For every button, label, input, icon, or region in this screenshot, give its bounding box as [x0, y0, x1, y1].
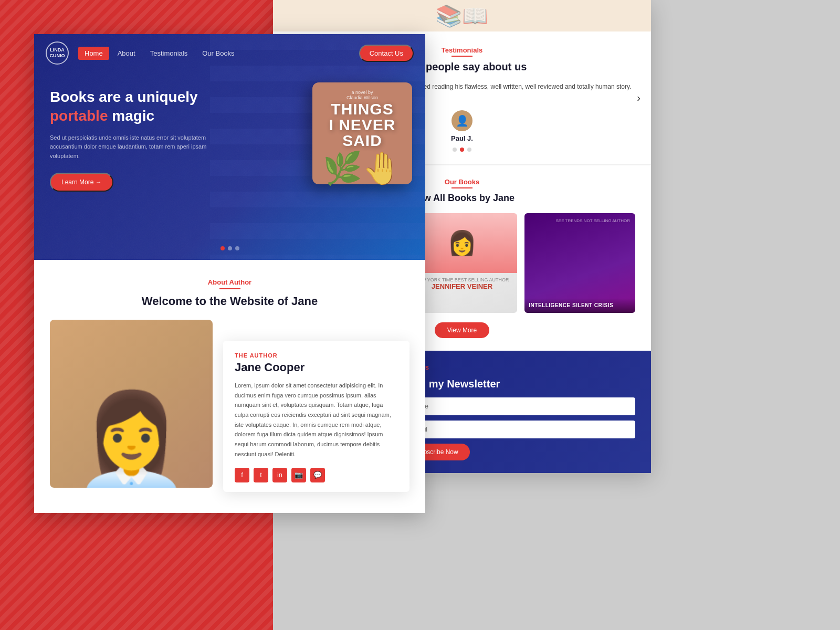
navbar: LINDA CUNIO Home About Testimonials Our … [34, 34, 425, 72]
tdot-2[interactable] [460, 148, 464, 152]
hero-content: Books are a uniquely portable magic Sed … [34, 72, 425, 218]
hero-text-block: Books are a uniquely portable magic Sed … [50, 88, 218, 192]
facebook-icon[interactable]: f [235, 468, 249, 482]
tdot-3[interactable] [467, 148, 471, 152]
nav-testimonials[interactable]: Testimonials [144, 47, 194, 60]
instagram-icon[interactable]: 📷 [291, 468, 306, 482]
main-window: LINDA CUNIO Home About Testimonials Our … [34, 34, 425, 513]
book-cover: a novel by Claudia Wilson THINGSI NEVERS… [312, 82, 412, 184]
about-label-line [219, 288, 240, 289]
about-title: Welcome to the Website of Jane [50, 295, 410, 308]
newsletter-title: Join my Newsletter [404, 378, 635, 390]
testimonial-next-button[interactable]: › [637, 92, 640, 104]
book3-top: SEE TRENDS NOT SELLING AUTHOR [524, 213, 635, 260]
learn-more-button[interactable]: Learn More → [50, 173, 113, 192]
contact-us-button[interactable]: Contact Us [359, 45, 414, 62]
book-illustration: 🌿🤚 [320, 153, 405, 184]
author-label: THE AUTHOR [235, 352, 398, 359]
hero-highlight: portable [50, 108, 108, 124]
reviewer-name: Paul J. [451, 134, 473, 142]
slider-dots [220, 246, 239, 250]
dot-3[interactable] [235, 246, 239, 250]
social-icons: f t in 📷 💬 [235, 468, 398, 482]
about-section: About Author Welcome to the Website of J… [34, 260, 425, 513]
nav-our-books[interactable]: Our Books [196, 47, 240, 60]
testimonials-line [452, 56, 472, 57]
book-title: THINGSI NEVERSAID [320, 101, 405, 149]
reviewer-avatar: 👤 [452, 110, 472, 131]
author-photo [50, 320, 213, 488]
about-body: THE AUTHOR Jane Cooper Lorem, ipsum dolo… [50, 320, 410, 492]
logo-text: LINDA CUNIO [50, 47, 65, 59]
book-card-3[interactable]: SEE TRENDS NOT SELLING AUTHOR INTELLIGEN… [524, 213, 635, 313]
whatsapp-icon[interactable]: 💬 [310, 468, 325, 482]
right-top-image: 📚📖 [273, 0, 651, 32]
dot-2[interactable] [228, 246, 232, 250]
newsletter-label: Join Us [404, 363, 635, 371]
tdot-1[interactable] [453, 148, 457, 152]
nav-links: Home About Testimonials Our Books [78, 47, 359, 60]
dot-1[interactable] [220, 246, 225, 250]
twitter-icon[interactable]: t [254, 468, 268, 482]
about-label: About Author [50, 278, 410, 286]
hero-title: Books are a uniquely portable magic [50, 88, 218, 126]
nav-about[interactable]: About [111, 47, 142, 60]
view-more-button[interactable]: View More [435, 322, 489, 338]
author-bio: Lorem, ipsum dolor sit amet consectetur … [235, 381, 398, 459]
book3-label: INTELLIGENCE SILENT CRISIS [524, 298, 635, 313]
newsletter-name-input[interactable] [404, 397, 635, 415]
hero-subtitle: Sed ut perspiciatis unde omnis iste natu… [50, 133, 218, 161]
hero-section: LINDA CUNIO Home About Testimonials Our … [34, 34, 425, 260]
author-name: Jane Cooper [235, 361, 398, 374]
linkedin-icon[interactable]: in [272, 468, 287, 482]
nav-home[interactable]: Home [78, 47, 109, 60]
author-card: THE AUTHOR Jane Cooper Lorem, ipsum dolo… [223, 341, 410, 492]
newsletter-email-input[interactable] [404, 421, 635, 438]
book-byline: a novel by Claudia Wilson [320, 90, 405, 100]
books-line [452, 187, 472, 188]
logo[interactable]: LINDA CUNIO [46, 41, 69, 65]
